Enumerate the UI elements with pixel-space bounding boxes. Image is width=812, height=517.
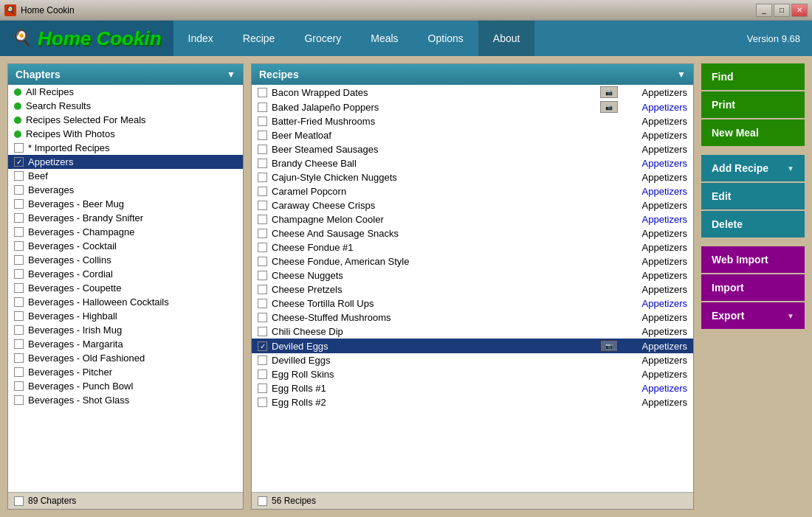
- with-photos-item[interactable]: Recipes With Photos: [8, 127, 243, 141]
- recipe-checkbox-11[interactable]: [258, 243, 267, 252]
- bev-coupette-checkbox[interactable]: [14, 283, 24, 293]
- menu-index[interactable]: Index: [173, 21, 228, 56]
- chapter-beverages-champagne[interactable]: Beverages - Champagne: [8, 225, 243, 239]
- recipe-checkbox-20[interactable]: [258, 369, 267, 379]
- import-button[interactable]: Import: [701, 274, 805, 301]
- recipe-checkbox-7[interactable]: [258, 187, 267, 196]
- bev-shot-glass-checkbox[interactable]: [14, 395, 24, 405]
- recipe-egg-rolls-1[interactable]: Egg Rolls #1 Appetizers: [252, 381, 693, 395]
- imported-recipes-checkbox[interactable]: [14, 143, 24, 153]
- recipe-checkbox-6[interactable]: [258, 173, 267, 182]
- chapter-beverages-halloween[interactable]: Beverages - Halloween Cocktails: [8, 295, 243, 309]
- recipe-checkbox-15[interactable]: [258, 299, 267, 308]
- recipe-checkbox-8[interactable]: [258, 201, 267, 210]
- bev-pitcher-checkbox[interactable]: [14, 367, 24, 377]
- maximize-button[interactable]: □: [774, 4, 790, 17]
- recipe-batter-fried-mushrooms[interactable]: Batter-Fried Mushrooms Appetizers: [252, 114, 693, 128]
- chapter-beverages-old-fashioned[interactable]: Beverages - Old Fashioned: [8, 351, 243, 365]
- search-results-item[interactable]: Search Results: [8, 99, 243, 113]
- bev-punch-bowl-checkbox[interactable]: [14, 381, 24, 391]
- add-recipe-button[interactable]: Add Recipe ▼: [701, 155, 805, 181]
- bev-highball-checkbox[interactable]: [14, 311, 24, 321]
- recipe-checkbox-21[interactable]: [258, 384, 267, 393]
- bev-collins-checkbox[interactable]: [14, 255, 24, 265]
- beef-checkbox[interactable]: [14, 171, 24, 181]
- find-button[interactable]: Find: [701, 63, 805, 90]
- recipes-body[interactable]: Bacon Wrapped Dates 📷 Appetizers Baked J…: [252, 85, 693, 492]
- chapter-appetizers[interactable]: ✓ Appetizers: [8, 155, 243, 169]
- recipe-egg-roll-skins[interactable]: Egg Roll Skins Appetizers: [252, 367, 693, 381]
- recipe-cheese-nuggets[interactable]: Cheese Nuggets Appetizers: [252, 268, 693, 282]
- recipe-cajun-chicken[interactable]: Cajun-Style Chicken Nuggets Appetizers: [252, 170, 693, 184]
- chapter-beverages[interactable]: Beverages: [8, 183, 243, 197]
- chapter-beverages-collins[interactable]: Beverages - Collins: [8, 253, 243, 267]
- recipe-cheese-fondue-american[interactable]: Cheese Fondue, American Style Appetizers: [252, 254, 693, 268]
- recipe-devilled-eggs[interactable]: Devilled Eggs Appetizers: [252, 353, 693, 367]
- recipe-checkbox-10[interactable]: [258, 229, 267, 238]
- chapter-beverages-highball[interactable]: Beverages - Highball: [8, 309, 243, 323]
- bev-old-fashioned-checkbox[interactable]: [14, 353, 24, 363]
- print-button[interactable]: Print: [701, 91, 805, 118]
- recipes-footer-checkbox[interactable]: [258, 496, 267, 506]
- recipe-checkbox-0[interactable]: [258, 88, 267, 97]
- all-recipes-item[interactable]: All Recipes: [8, 85, 243, 99]
- recipe-cheese-pretzels[interactable]: Cheese Pretzels Appetizers: [252, 282, 693, 296]
- recipe-cheese-sausage-snacks[interactable]: Cheese And Sausage Snacks Appetizers: [252, 226, 693, 240]
- recipe-chili-cheese-dip[interactable]: Chili Cheese Dip Appetizers: [252, 325, 693, 339]
- recipe-checkbox-14[interactable]: [258, 285, 267, 294]
- close-button[interactable]: ✕: [791, 4, 808, 17]
- chapter-beverages-coupette[interactable]: Beverages - Coupette: [8, 281, 243, 295]
- recipe-checkbox-9[interactable]: [258, 215, 267, 224]
- web-import-button[interactable]: Web Import: [701, 246, 805, 273]
- recipe-beer-meatloaf[interactable]: Beer Meatloaf Appetizers: [252, 128, 693, 142]
- recipe-checkbox-1[interactable]: [258, 103, 267, 112]
- chapter-beverages-punch-bowl[interactable]: Beverages - Punch Bowl: [8, 379, 243, 393]
- recipe-cheese-stuffed-mushrooms[interactable]: Cheese-Stuffed Mushrooms Appetizers: [252, 310, 693, 325]
- chapters-arrow-icon[interactable]: ▼: [227, 69, 235, 80]
- selected-meals-item[interactable]: Recipes Selected For Meals: [8, 113, 243, 127]
- recipe-caraway-cheese[interactable]: Caraway Cheese Crisps Appetizers: [252, 198, 693, 212]
- appetizers-checkbox[interactable]: ✓: [14, 157, 24, 167]
- recipe-champagne-melon[interactable]: Champagne Melon Cooler Appetizers: [252, 212, 693, 226]
- menu-options[interactable]: Options: [413, 21, 478, 56]
- bev-champagne-checkbox[interactable]: [14, 227, 24, 237]
- bev-irish-mug-checkbox[interactable]: [14, 325, 24, 335]
- recipe-checkbox-19[interactable]: [258, 355, 267, 365]
- chapter-beef[interactable]: Beef: [8, 169, 243, 183]
- bev-cordial-checkbox[interactable]: [14, 269, 24, 279]
- recipe-egg-rolls-2[interactable]: Egg Rolls #2 Appetizers: [252, 395, 693, 409]
- menu-grocery[interactable]: Grocery: [289, 21, 356, 56]
- recipe-cheese-tortilla[interactable]: Cheese Tortilla Roll Ups Appetizers: [252, 296, 693, 310]
- recipe-checkbox-5[interactable]: [258, 159, 267, 168]
- bev-cocktail-checkbox[interactable]: [14, 241, 24, 251]
- recipe-checkbox-17[interactable]: [258, 327, 267, 336]
- imported-recipes-item[interactable]: * Imported Recipes: [8, 141, 243, 155]
- bev-brandy-checkbox[interactable]: [14, 213, 24, 223]
- recipe-cheese-fondue-1[interactable]: Cheese Fondue #1 Appetizers: [252, 240, 693, 254]
- recipes-arrow-icon[interactable]: ▼: [677, 69, 686, 80]
- recipe-brandy-cheese-ball[interactable]: Brandy Cheese Ball Appetizers: [252, 156, 693, 170]
- chapter-beverages-shot-glass[interactable]: Beverages - Shot Glass: [8, 393, 243, 407]
- recipe-checkbox-12[interactable]: [258, 257, 267, 266]
- export-button[interactable]: Export ▼: [701, 302, 805, 329]
- recipe-caramel-popcorn[interactable]: Caramel Popcorn Appetizers: [252, 184, 693, 198]
- recipe-bacon-wrapped-dates[interactable]: Bacon Wrapped Dates 📷 Appetizers: [252, 85, 693, 100]
- recipe-beer-steamed-sausages[interactable]: Beer Steamed Sausages Appetizers: [252, 142, 693, 156]
- recipe-checkbox-4[interactable]: [258, 145, 267, 154]
- recipe-baked-jalapeno[interactable]: Baked Jalapeño Poppers 📷 Appetizers: [252, 100, 693, 114]
- recipe-deviled-eggs[interactable]: ✓ Deviled Eggs 📷 Appetizers: [252, 339, 693, 353]
- menu-meals[interactable]: Meals: [356, 21, 413, 56]
- minimize-button[interactable]: _: [756, 4, 772, 17]
- menu-recipe[interactable]: Recipe: [228, 21, 290, 56]
- chapter-beverages-pitcher[interactable]: Beverages - Pitcher: [8, 365, 243, 379]
- recipe-checkbox-18[interactable]: ✓: [258, 341, 267, 351]
- chapter-beverages-cordial[interactable]: Beverages - Cordial: [8, 267, 243, 281]
- chapters-footer-checkbox[interactable]: [14, 496, 24, 506]
- chapter-beverages-beer-mug[interactable]: Beverages - Beer Mug: [8, 197, 243, 211]
- delete-button[interactable]: Delete: [701, 211, 805, 237]
- recipe-checkbox-2[interactable]: [258, 117, 267, 126]
- recipe-checkbox-16[interactable]: [258, 313, 267, 322]
- new-meal-button[interactable]: New Meal: [701, 119, 805, 146]
- edit-button[interactable]: Edit: [701, 183, 805, 209]
- chapter-beverages-irish-mug[interactable]: Beverages - Irish Mug: [8, 323, 243, 337]
